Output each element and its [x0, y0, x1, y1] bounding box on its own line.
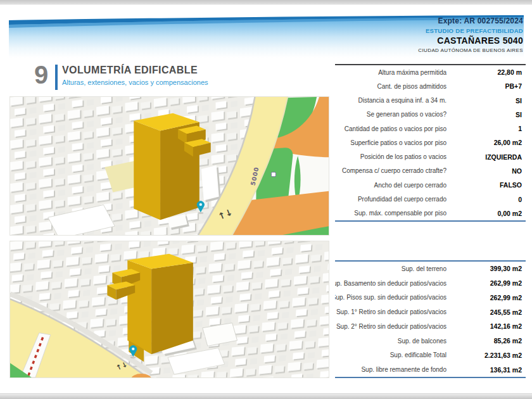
row-label: Profundidad del cuerpo cerrado: [335, 196, 446, 203]
row-label: Sup. 2° Retiro sin deducir patios/vacios: [335, 323, 446, 330]
row-label: Se generan patios o vacios?: [335, 111, 446, 118]
city-name: CIUDAD AUTÓNOMA DE BUENOS AIRES: [418, 48, 523, 53]
document-header: Expte: AR 002755/2024 ESTUDIO DE PREFACT…: [418, 16, 523, 53]
row-label: Sup. Pisos sup. sin deducir patios/vacio…: [335, 294, 446, 301]
table-row: Altura máxima permitida 22,80 m: [335, 65, 526, 79]
row-label: Sup. edificable Total: [335, 352, 446, 358]
row-value: 142,16 m2: [446, 322, 526, 330]
row-value: 26,00 m2: [446, 139, 526, 146]
table-row: Superficie patios o vacios por piso 26,0…: [335, 136, 526, 149]
report-page: Expte: AR 002755/2024 ESTUDIO DE PREFACT…: [0, 0, 532, 399]
row-label: Distancia a esquina inf. a 34 m.: [335, 97, 446, 104]
row-label: Cant. de pisos admitidos: [335, 83, 446, 90]
table-row: Sup. máx. compensable por piso 0,00 m2: [335, 206, 526, 220]
table-row: Sup. 2° Retiro sin deducir patios/vacios…: [335, 319, 526, 334]
row-value: 0: [446, 196, 526, 203]
table-row: Compensa c/ cuerpo cerrado ctrafte? NO: [335, 164, 526, 178]
row-label: Altura máxima permitida: [335, 69, 446, 76]
row-label: Compensa c/ cuerpo cerrado ctrafte?: [335, 167, 446, 174]
row-value: 245,55 m2: [446, 308, 526, 316]
table-row: Se generan patios o vacios? SI: [335, 108, 526, 122]
page-top-edge: [0, 0, 532, 5]
table-row: Cant. de pisos admitidos PB+7: [335, 79, 526, 93]
row-value: PB+7: [446, 82, 526, 90]
table-row: Profundidad del cuerpo cerrado 0: [335, 192, 526, 206]
building-parameters-table: Altura máxima permitida 22,80 m Cant. de…: [335, 64, 526, 222]
row-value: NO: [446, 167, 526, 175]
table-row: Distancia a esquina inf. a 34 m. SI: [335, 94, 526, 108]
row-value: 136,31 m2: [446, 366, 526, 374]
row-value: 0,00 m2: [446, 210, 526, 217]
table-row: Sup. del terreno 399,30 m2: [335, 262, 526, 276]
row-label: Sup. 1° Retiro sin deducir patios/vacios: [335, 308, 446, 315]
row-label: Sup. Basamento sin deducir patios/vacios: [335, 280, 446, 287]
table-row: Cantidad de patios o vacios por piso 1: [335, 122, 526, 136]
surfaces-table: Sup. del terreno 399,30 m2 Sup. Basament…: [335, 260, 526, 378]
table-row: Posición de los patios o vacios IZQUIERD…: [335, 150, 526, 164]
table-row: Ancho del cuerpo cerrado FALSO: [335, 178, 526, 192]
section-subtitle: Alturas, extensiones, vacios y compensac…: [62, 79, 208, 86]
massing-map-view-2: ↑↓: [10, 241, 329, 378]
row-value: 2.231,63 m2: [446, 352, 526, 359]
row-label: Sup. máx. compensable por piso: [335, 210, 446, 217]
table-row: Sup. Pisos sup. sin deducir patios/vacio…: [335, 291, 526, 305]
section-heading: VOLUMETRÍA EDIFICABLE Alturas, extension…: [62, 65, 208, 86]
row-label: Superficie patios o vacios por piso: [335, 139, 446, 146]
expediente-number: Expte: AR 002755/2024: [418, 16, 523, 25]
row-label: Cantidad de patios o vacios por piso: [335, 125, 446, 132]
section-number: 9: [34, 61, 48, 89]
section-title: VOLUMETRÍA EDIFICABLE: [62, 65, 208, 76]
study-type: ESTUDIO DE PREFACTIBILIDAD: [418, 27, 523, 34]
table-row: Sup. 1° Retiro sin deducir patios/vacios…: [335, 305, 526, 319]
row-label: Posición de los patios o vacios: [335, 153, 446, 160]
property-address: CASTAÑARES 5040: [418, 35, 523, 46]
section-divider: [55, 65, 58, 90]
row-value: 262,99 m2: [446, 279, 526, 287]
table-row: Sup. libre remanente de fondo 136,31 m2: [335, 362, 526, 377]
row-label: Ancho del cuerpo cerrado: [335, 182, 446, 189]
row-value: 262,99 m2: [446, 294, 526, 301]
row-value: 399,30 m2: [446, 265, 526, 272]
row-value: FALSO: [446, 181, 526, 189]
row-label: Sup. libre remanente de fondo: [335, 366, 446, 373]
row-value: IZQUIERDA: [446, 153, 526, 161]
row-value: SI: [446, 111, 526, 118]
table-row: Sup. edificable Total 2.231,63 m2: [335, 348, 526, 363]
row-value: 1: [446, 125, 526, 132]
massing-map-view-1: ↑↓ 5000: [10, 96, 329, 236]
row-value: SI: [446, 97, 526, 104]
page-bottom-edge: [0, 393, 532, 399]
row-value: 22,80 m: [446, 68, 526, 76]
table-row: Sup. de balcones 85,26 m2: [335, 334, 526, 348]
row-label: Sup. de balcones: [335, 338, 446, 345]
row-value: 85,26 m2: [446, 337, 526, 345]
row-label: Sup. del terreno: [335, 265, 446, 272]
table-row: Sup. Basamento sin deducir patios/vacios…: [335, 276, 526, 291]
